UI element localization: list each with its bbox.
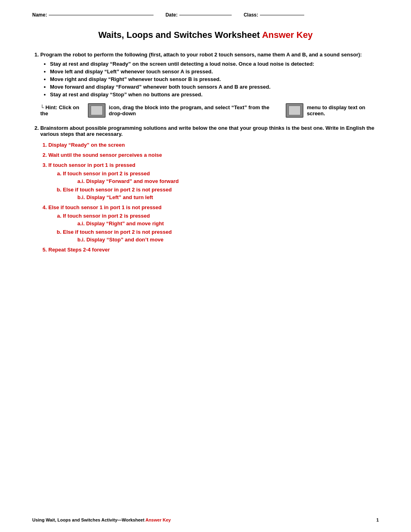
step-1-text: Display “Ready” on the screen xyxy=(48,142,125,148)
step-4a-roman: Display “Right” and move right xyxy=(63,220,379,227)
bullet-4: Move forward and display “Forward” whene… xyxy=(50,84,379,90)
step-3ai: Display “Forward” and move forward xyxy=(77,178,379,184)
bullet-5-text: Stay at rest and display “Stop” when no … xyxy=(50,91,203,98)
question-1-bullets: Stay at rest and display “Ready” on the … xyxy=(40,61,379,98)
step-4-text: Else if touch sensor 1 in port 1 is not … xyxy=(48,204,162,210)
step-3b-roman: Display “Left” and turn left xyxy=(63,194,379,200)
bullet-2-text: Move left and display “Left” whenever to… xyxy=(50,69,213,75)
step-4b-roman: Display “Stop” and don’t move xyxy=(63,237,379,243)
step-4b: Else if touch sensor in port 2 is not pr… xyxy=(63,229,379,243)
step-3b-text: Else if touch sensor in port 2 is not pr… xyxy=(63,187,172,193)
step-4-subs: If touch sensor in port 2 is pressed Dis… xyxy=(48,213,379,243)
name-label: Name: xyxy=(32,12,47,18)
hint-end-text: menu to display text on screen. xyxy=(307,104,379,116)
footer: Using Wait, Loops and Switches Activity—… xyxy=(32,517,379,522)
step-3: If touch sensor in port 1 is pressed If … xyxy=(48,162,379,200)
step-4: Else if touch sensor 1 in port 1 is not … xyxy=(48,204,379,243)
step-4bi: Display “Stop” and don’t move xyxy=(77,237,379,243)
hint-icon-2 xyxy=(286,103,303,118)
hint-middle-text: icon, drag the block into the program, a… xyxy=(109,104,282,116)
date-label: Date: xyxy=(166,12,178,18)
hint-before-text: └ Hint: Click on the xyxy=(40,104,85,116)
hint-icon-inner-2 xyxy=(289,106,301,115)
question-2-text: Brainstorm about possible programming so… xyxy=(40,125,374,137)
step-3-text: If touch sensor in port 1 is pressed xyxy=(48,162,135,168)
name-field: Name: xyxy=(32,12,154,18)
bullet-3-text: Move right and display “Right” whenever … xyxy=(50,76,221,82)
footer-left: Using Wait, Loops and Switches Activity—… xyxy=(32,517,171,522)
page: Name: Date: Class: Waits, Loops and Swit… xyxy=(0,0,411,532)
bullet-1-text: Stay at rest and display “Ready” on the … xyxy=(50,61,314,67)
hint-block: └ Hint: Click on the icon, drag the bloc… xyxy=(40,103,379,118)
step-4a-text: If touch sensor in port 2 is pressed xyxy=(63,213,150,219)
step-3-subs: If touch sensor in port 2 is pressed Dis… xyxy=(48,170,379,200)
step-4bi-text: Display “Stop” and don’t move xyxy=(86,237,163,243)
bullet-5: Stay at rest and display “Stop” when no … xyxy=(50,91,379,98)
step-4ai-text: Display “Right” and move right xyxy=(86,220,164,227)
question-2: Brainstorm about possible programming so… xyxy=(40,125,379,253)
step-3a: If touch sensor in port 2 is pressed Dis… xyxy=(63,170,379,184)
step-3a-text: If touch sensor in port 2 is pressed xyxy=(63,170,150,177)
bullet-2: Move left and display “Left” whenever to… xyxy=(50,69,379,75)
step-3bi-text: Display “Left” and turn left xyxy=(86,194,153,200)
header: Name: Date: Class: xyxy=(32,12,379,18)
step-3bi: Display “Left” and turn left xyxy=(77,194,379,200)
hint-icon xyxy=(88,103,106,118)
footer-right: 1 xyxy=(376,517,379,522)
step-3a-roman: Display “Forward” and move forward xyxy=(63,178,379,184)
step-5: Repeat Steps 2-4 forever xyxy=(48,247,379,253)
step-5-text: Repeat Steps 2-4 forever xyxy=(48,247,110,253)
class-underline[interactable] xyxy=(260,15,304,15)
date-field: Date: xyxy=(166,12,232,18)
step-4a: If touch sensor in port 2 is pressed Dis… xyxy=(63,213,379,227)
step-1: Display “Ready” on the screen xyxy=(48,142,379,148)
class-label: Class: xyxy=(244,12,258,18)
step-3b: Else if touch sensor in port 2 is not pr… xyxy=(63,187,379,200)
step-4b-text: Else if touch sensor in port 2 is not pr… xyxy=(63,229,172,235)
step-3ai-text: Display “Forward” and move forward xyxy=(86,178,179,184)
class-field: Class: xyxy=(244,12,304,18)
hint-icon-inner xyxy=(91,106,103,115)
title-answer-key: Answer Key xyxy=(262,30,313,40)
date-underline[interactable] xyxy=(179,15,232,15)
question-1: Program the robot to perform the followi… xyxy=(40,52,379,118)
answer-steps: Display “Ready” on the screen Wait until… xyxy=(40,142,379,253)
title-main: Waits, Loops and Switches Worksheet xyxy=(98,30,262,40)
step-4ai: Display “Right” and move right xyxy=(77,220,379,227)
main-list: Program the robot to perform the followi… xyxy=(32,52,379,253)
step-2: Wait until the sound sensor perceives a … xyxy=(48,152,379,158)
bullet-1: Stay at rest and display “Ready” on the … xyxy=(50,61,379,67)
footer-left-text: Using Wait, Loops and Switches Activity—… xyxy=(32,517,145,522)
question-1-text: Program the robot to perform the followi… xyxy=(40,52,362,58)
page-title: Waits, Loops and Switches Worksheet Answ… xyxy=(32,30,379,40)
bullet-3: Move right and display “Right” whenever … xyxy=(50,76,379,82)
bullet-4-text: Move forward and display “Forward” whene… xyxy=(50,84,270,90)
name-underline[interactable] xyxy=(49,15,154,15)
footer-left-red: Answer Key xyxy=(145,517,171,522)
step-2-text: Wait until the sound sensor perceives a … xyxy=(48,152,162,158)
